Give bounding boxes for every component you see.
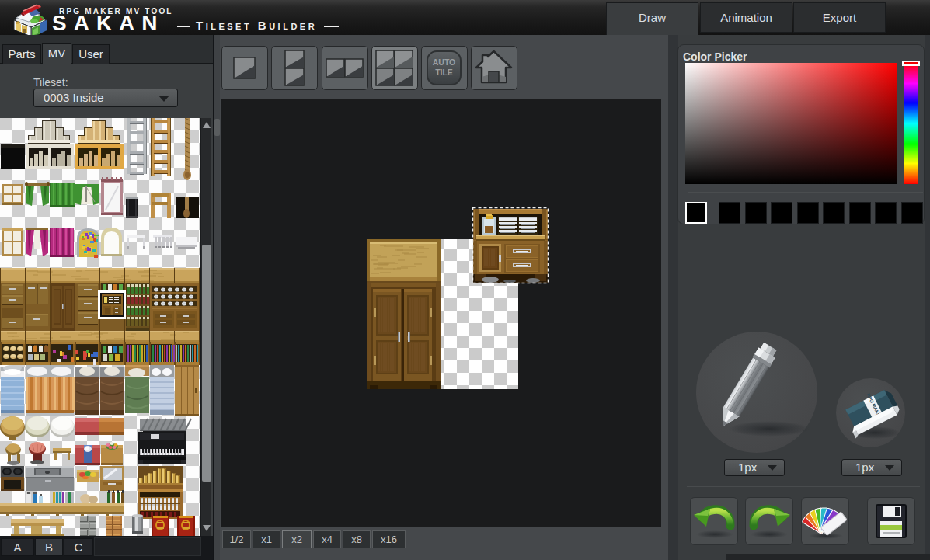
svg-text:AUTO: AUTO bbox=[433, 57, 456, 67]
svg-text:TILE: TILE bbox=[435, 68, 453, 77]
